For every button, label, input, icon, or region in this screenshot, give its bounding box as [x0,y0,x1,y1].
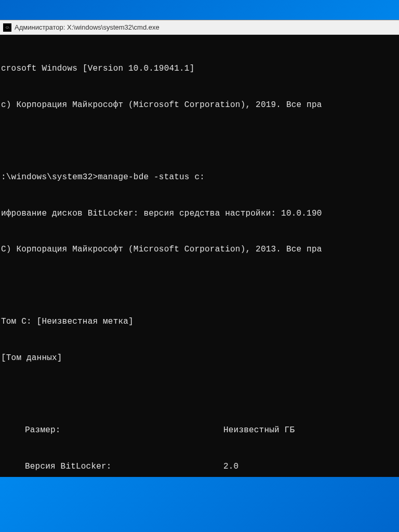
window-title: Администратор: X:\windows\system32\cmd.e… [15,23,159,31]
field-label: Размер: [0,424,223,436]
volume-c-line: Том С: [Неизвестная метка] [0,316,399,328]
field-value: Неизвестный ГБ [223,424,399,436]
field-value: 2.0 [223,461,399,473]
field-label: Версия BitLocker: [0,461,223,473]
version-line: crosoft Windows [Version 10.0.19041.1] [0,63,399,75]
blank-line [0,280,399,292]
titlebar[interactable]: Администратор: X:\windows\system32\cmd.e… [0,20,399,35]
blank-line [0,136,399,148]
field-row: Версия BitLocker:2.0 [0,461,399,473]
volume-data-line: [Том данных] [0,352,399,364]
console-output[interactable]: crosoft Windows [Version 10.0.19041.1] с… [0,35,399,477]
cmd-icon [3,23,11,32]
blank-line [0,388,399,400]
command-line: :\windows\system32>manage-bde -status c: [0,171,399,183]
copyright-line-2: С) Корпорация Майкрософт (Microsoft Corp… [0,244,399,256]
cmd-window: Администратор: X:\windows\system32\cmd.e… [0,20,399,477]
field-row: Размер:Неизвестный ГБ [0,424,399,436]
copyright-line-1: с) Корпорация Майкрософт (Microsoft Corp… [0,99,399,111]
bitlocker-tool-line: ифрование дисков BitLocker: версия средс… [0,208,399,220]
